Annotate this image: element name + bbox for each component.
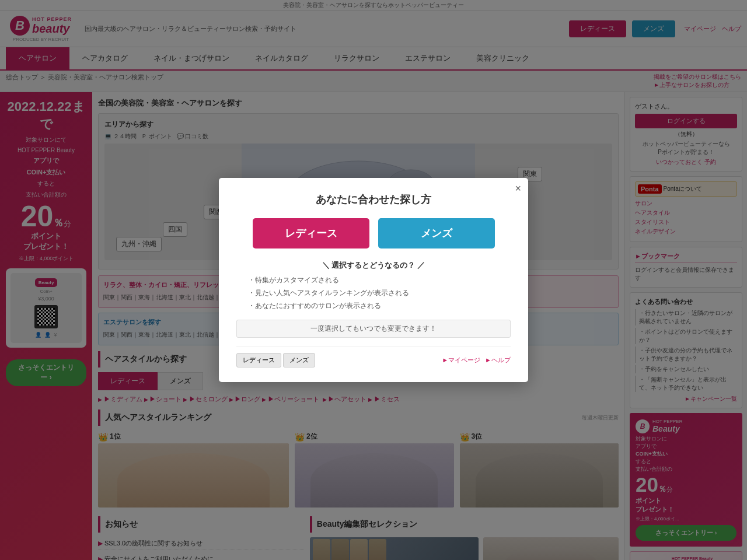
modal-footer-ladies[interactable]: レディース: [236, 353, 281, 368]
modal-footer: レディース メンズ ►マイページ ►ヘルプ: [236, 346, 511, 368]
modal-footer-mens[interactable]: メンズ: [283, 353, 315, 368]
modal-footer-right-links: ►マイページ ►ヘルプ: [442, 356, 511, 365]
modal-benefit-2: 見たい人気ヘアスタイルランキングが表示される: [248, 288, 499, 298]
modal-once-note: 一度選択してもいつでも変更できます！: [236, 320, 511, 338]
modal-overlay[interactable]: × あなたに合わせた探し方 レディース メンズ ＼ 選択するとどうなるの？ ／ …: [0, 0, 747, 560]
modal-benefit-3: あなたにおすすめのサロンが表示される: [248, 301, 499, 311]
modal-mypage-link[interactable]: ►マイページ: [442, 356, 480, 365]
gender-selection-modal: × あなたに合わせた探し方 レディース メンズ ＼ 選択するとどうなるの？ ／ …: [219, 178, 528, 382]
modal-select-question: ＼ 選択するとどうなるの？ ／: [236, 260, 511, 271]
modal-gender-buttons: レディース メンズ: [236, 218, 511, 249]
modal-close-button[interactable]: ×: [515, 183, 521, 195]
modal-title: あなたに合わせた探し方: [236, 192, 511, 206]
modal-footer-buttons: レディース メンズ: [236, 353, 315, 368]
modal-ladies-button[interactable]: レディース: [253, 218, 369, 249]
modal-mens-button[interactable]: メンズ: [378, 218, 495, 249]
modal-benefit-1: 特集がカスタマイズされる: [248, 275, 499, 285]
modal-help-link[interactable]: ►ヘルプ: [485, 356, 511, 365]
modal-benefits-list: 特集がカスタマイズされる 見たい人気ヘアスタイルランキングが表示される あなたに…: [236, 275, 511, 311]
